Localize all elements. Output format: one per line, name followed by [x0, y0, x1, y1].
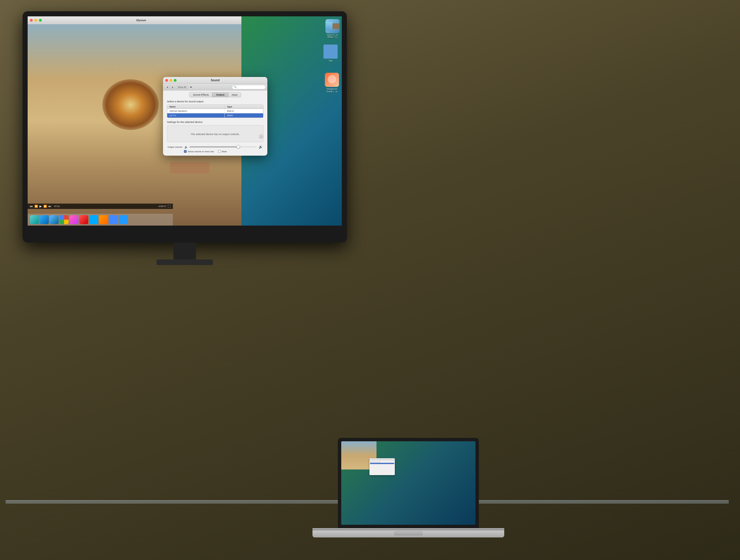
- show-all-button[interactable]: Show All: [176, 85, 188, 89]
- nav-forward-button[interactable]: ▶: [170, 85, 175, 89]
- photo-icon-label: 1522772_1C45940...7_c: [327, 34, 338, 38]
- itunes-titlebar: Elysium: [28, 16, 242, 24]
- device-name-internal: Internal Speakers: [167, 109, 225, 113]
- car-silhouette: [170, 162, 209, 173]
- volume-max-icon: 🔊: [259, 145, 263, 149]
- dock-icon-misc2[interactable]: [99, 215, 108, 224]
- tv-screen: Elysium ⏮ ⏪ ▶ ⏩ ⏭ 47:11 -1:02:17 ⛶: [28, 16, 342, 225]
- time-current: 47:11: [54, 205, 60, 207]
- dock-icon-calendar[interactable]: [79, 215, 88, 224]
- table-header: Name Type: [167, 105, 263, 109]
- panel-maximize-button[interactable]: [174, 79, 177, 82]
- volume-min-icon: 🔈: [184, 146, 188, 149]
- macbook-screen-outer: Select a device for sound output:: [338, 438, 479, 528]
- col-type-header: Type: [225, 105, 263, 109]
- macbook-screen-inner[interactable]: Select a device for sound output:: [341, 441, 475, 525]
- itunes-title: Elysium: [136, 19, 147, 22]
- help-button[interactable]: ?: [259, 134, 263, 139]
- volume-slider[interactable]: [189, 146, 257, 148]
- dock: [28, 214, 173, 225]
- macbook-hinge: [312, 528, 504, 530]
- search-bar[interactable]: 🔍: [232, 85, 266, 89]
- mac-desktop: Elysium ⏮ ⏪ ▶ ⏩ ⏭ 47:11 -1:02:17 ⛶: [28, 16, 342, 225]
- show-volume-checkbox[interactable]: [184, 150, 187, 153]
- desktop-icon-yep[interactable]: Yep: [323, 44, 338, 62]
- col-name-header: Name: [167, 105, 225, 109]
- dock-icon-skype[interactable]: [109, 215, 118, 224]
- desktop-icon-photo[interactable]: 1522772_1C45940...7_c: [326, 19, 340, 38]
- fullscreen-button[interactable]: ⛶: [168, 205, 171, 208]
- tab-output[interactable]: Output: [212, 92, 228, 97]
- device-name-lgtv: LG TV: [167, 113, 225, 117]
- app-thumbnail: [325, 73, 339, 87]
- prev-button[interactable]: ⏪: [34, 205, 38, 208]
- dock-icon-safari[interactable]: [40, 215, 49, 224]
- tv-stand-base: [157, 259, 213, 265]
- explosion-effect: [102, 79, 159, 130]
- dock-icon-mail[interactable]: [50, 215, 59, 224]
- tv-stand: [173, 243, 196, 259]
- next-button[interactable]: ⏩: [43, 205, 47, 208]
- panel-minimize-button[interactable]: [170, 79, 172, 82]
- volume-label: Output volume:: [168, 146, 183, 148]
- time-remaining: -1:02:17: [158, 205, 166, 207]
- macbook: Select a device for sound output:: [312, 438, 504, 538]
- mute-label: Mute: [222, 150, 227, 153]
- dock-icon-twitter[interactable]: [119, 215, 128, 224]
- dock-icon-chrome[interactable]: [60, 215, 69, 224]
- no-controls-area: The selected device has no output contro…: [167, 125, 263, 142]
- volume-slider-thumb[interactable]: [237, 145, 240, 148]
- minimize-button[interactable]: [34, 19, 37, 22]
- play-button[interactable]: ▶: [39, 205, 42, 208]
- macbook-body: [312, 530, 504, 538]
- app-icon-label: A BeginnerGuide t...ur: [326, 88, 338, 93]
- macbook-screen-content: Select a device for sound output:: [341, 441, 475, 525]
- dock-icon-itunes[interactable]: [69, 215, 78, 224]
- skip-button[interactable]: ⏭: [49, 205, 51, 208]
- panel-titlebar: Sound: [163, 77, 267, 84]
- macbook-trackpad[interactable]: [394, 532, 423, 536]
- tab-input[interactable]: Input: [228, 92, 241, 97]
- nav-arrow: ▶: [190, 86, 192, 88]
- mute-row: Show volume in menu bar Mute: [167, 150, 263, 153]
- tab-sound-effects[interactable]: Sound Effects: [189, 92, 212, 97]
- rewind-button[interactable]: ⏮: [30, 205, 33, 208]
- device-type-internal: Built-in: [225, 109, 263, 113]
- search-icon: 🔍: [234, 86, 237, 88]
- no-controls-text: The selected device has no output contro…: [191, 133, 240, 135]
- table-row[interactable]: Internal Speakers Built-in: [167, 109, 263, 113]
- dock-icon-misc1[interactable]: [89, 215, 98, 224]
- select-device-label: Select a device for sound output:: [167, 100, 263, 103]
- panel-title: Sound: [211, 79, 219, 82]
- settings-label: Settings for the selected device:: [167, 121, 263, 123]
- panel-close-button[interactable]: [165, 79, 168, 82]
- close-button[interactable]: [30, 19, 33, 22]
- photo-thumbnail: [326, 19, 340, 33]
- desktop-icon-app[interactable]: A BeginnerGuide t...ur: [325, 73, 339, 93]
- folder-thumbnail: [323, 44, 338, 59]
- nav-back-button[interactable]: ◀: [165, 85, 169, 89]
- panel-tabs: Sound Effects Output Input: [163, 91, 267, 97]
- tv-monitor: Elysium ⏮ ⏪ ▶ ⏩ ⏭ 47:11 -1:02:17 ⛶: [22, 11, 347, 243]
- table-row-selected[interactable]: LG TV HDMI: [167, 113, 263, 117]
- playback-controls[interactable]: ⏮ ⏪ ▶ ⏩ ⏭ 47:11 -1:02:17 ⛶: [28, 204, 173, 209]
- panel-body: Select a device for sound output: Name T…: [163, 97, 267, 156]
- device-table: Name Type Internal Speakers Built-in LG …: [167, 105, 263, 118]
- volume-row: Output volume: 🔈 🔊: [167, 145, 263, 149]
- panel-nav: ◀ ▶ Show All ▶ 🔍: [163, 84, 267, 91]
- maximize-button[interactable]: [39, 19, 42, 22]
- show-volume-label: Show volume in menu bar: [188, 150, 214, 153]
- sound-panel: Sound ◀ ▶ Show All ▶ 🔍 Sound Effects Out…: [163, 77, 267, 156]
- folder-icon-label: Yep: [329, 60, 333, 62]
- dock-icon-finder[interactable]: [30, 215, 39, 224]
- mute-checkbox[interactable]: [218, 150, 221, 153]
- device-type-lgtv: HDMI: [225, 113, 263, 117]
